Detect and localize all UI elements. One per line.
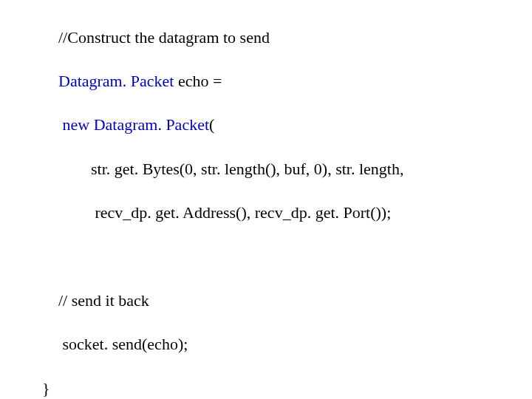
type-datagram-packet: Datagram. Packet — [58, 72, 174, 90]
code-text: str. get. Bytes(0, str. length(), buf, 0… — [91, 160, 403, 178]
blank-line — [18, 246, 532, 268]
code-block: //Construct the datagram to send Datagra… — [0, 0, 532, 399]
code-line: //Construct the datagram to send — [18, 27, 532, 49]
comment: //Construct the datagram to send — [58, 28, 270, 47]
type-datagram-packet: Datagram. Packet — [94, 115, 209, 134]
code-line: str. get. Bytes(0, str. length(), buf, 0… — [18, 158, 532, 180]
code-line: Datagram. Packet echo = — [18, 70, 532, 92]
code-line: // send it back — [18, 290, 532, 312]
comment: // send it back — [58, 291, 149, 310]
code-text: } — [42, 379, 50, 398]
code-text: socket. send(echo); — [58, 335, 188, 353]
code-line: } — [18, 378, 532, 399]
code-line: recv_dp. get. Address(), recv_dp. get. P… — [18, 202, 532, 224]
code-text: recv_dp. get. Address(), recv_dp. get. P… — [91, 203, 391, 222]
code-line: socket. send(echo); — [18, 333, 532, 355]
code-text: ( — [209, 115, 214, 134]
code-text: echo = — [174, 72, 222, 90]
code-line: new Datagram. Packet( — [18, 114, 532, 136]
keyword-new: new — [58, 115, 94, 134]
